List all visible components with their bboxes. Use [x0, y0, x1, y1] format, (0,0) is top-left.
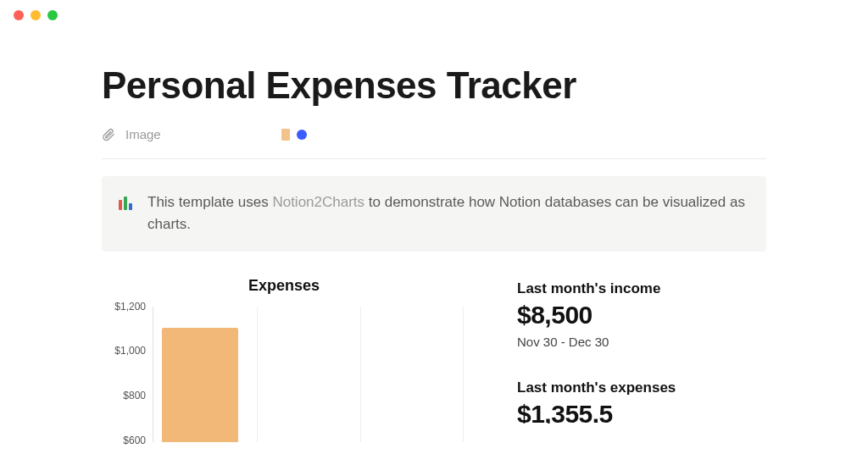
window-controls: [0, 0, 868, 30]
y-tick: $800: [123, 390, 146, 401]
page-property-row: Image: [102, 127, 766, 158]
attachment-property-label[interactable]: Image: [125, 127, 161, 141]
expenses-chart: Expenses $1,200 $1,000 $800 $600: [102, 277, 466, 454]
page-body: Personal Expenses Tracker Image This tem…: [0, 30, 868, 454]
bar-chart-icon: [281, 129, 290, 141]
maximize-window-icon[interactable]: [47, 10, 58, 20]
content-row: Expenses $1,200 $1,000 $800 $600 Last mo: [102, 277, 766, 454]
attachment-previews[interactable]: [281, 129, 307, 141]
callout-link[interactable]: Notion2Charts: [272, 194, 364, 210]
income-stat: Last month's income $8,500 Nov 30 - Dec …: [517, 280, 766, 349]
divider: [102, 158, 766, 159]
y-tick: $1,000: [114, 345, 146, 357]
expenses-value: $1,355.5: [517, 400, 766, 424]
income-label: Last month's income: [517, 280, 766, 297]
y-tick: $1,200: [114, 301, 146, 313]
callout-prefix: This template uses: [147, 194, 272, 210]
minimize-window-icon[interactable]: [31, 10, 41, 20]
chart-y-axis: $1,200 $1,000 $800 $600: [102, 307, 153, 442]
circle-icon: [297, 130, 307, 140]
stats-column: Last month's income $8,500 Nov 30 - Dec …: [517, 277, 766, 454]
chart-area: $1,200 $1,000 $800 $600: [102, 307, 466, 442]
close-window-icon[interactable]: [14, 10, 24, 20]
expenses-label: Last month's expenses: [517, 379, 766, 396]
paperclip-icon: [102, 128, 115, 141]
callout-block[interactable]: This template uses Notion2Charts to demo…: [102, 176, 766, 252]
expenses-stat: Last month's expenses $1,355.5: [517, 379, 766, 424]
chart-plot: [153, 307, 466, 442]
income-value: $8,500: [517, 301, 766, 329]
bar-chart-icon: [119, 193, 136, 210]
income-range: Nov 30 - Dec 30: [517, 335, 766, 349]
chart-title: Expenses: [102, 277, 466, 295]
y-tick: $600: [123, 435, 146, 446]
chart-bar: [162, 328, 238, 442]
callout-text: This template uses Notion2Charts to demo…: [147, 191, 749, 236]
page-title: Personal Expenses Tracker: [102, 64, 766, 107]
